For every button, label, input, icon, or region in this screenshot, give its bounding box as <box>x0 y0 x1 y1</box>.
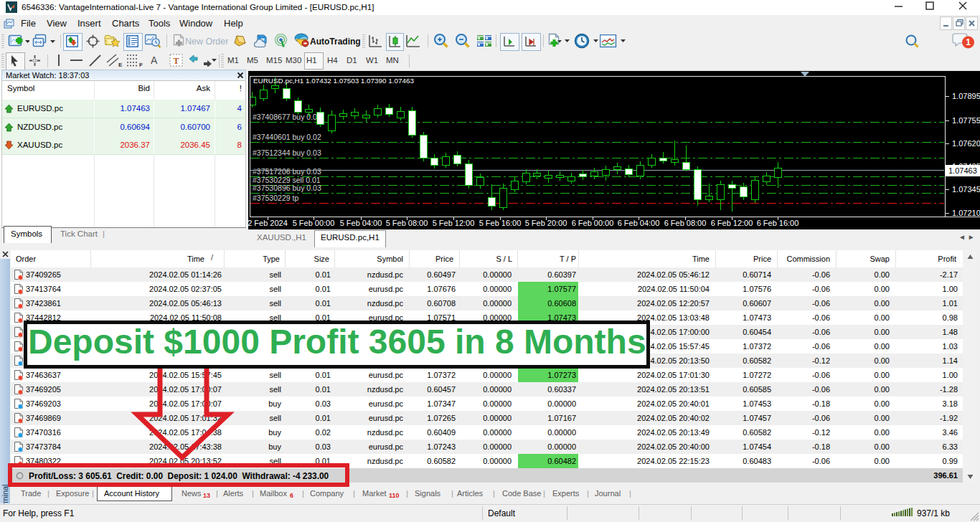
svg-text:2 Feb 2024: 2 Feb 2024 <box>248 219 288 227</box>
svg-text:1.07895: 1.07895 <box>952 92 980 100</box>
svg-text:5 Feb 08:00: 5 Feb 08:00 <box>386 219 428 227</box>
svg-text:1.07463: 1.07463 <box>948 166 977 175</box>
svg-text:1.07620: 1.07620 <box>952 139 980 148</box>
svg-text:6 Feb 04:00: 6 Feb 04:00 <box>618 219 660 227</box>
svg-text:5 Feb 04:00: 5 Feb 04:00 <box>340 219 382 227</box>
svg-text:6 Feb 00:00: 6 Feb 00:00 <box>572 219 614 227</box>
svg-text:#37408677 buy 0.02: #37408677 buy 0.02 <box>253 113 321 121</box>
svg-text:#37512344 buy 0.03: #37512344 buy 0.03 <box>253 148 321 157</box>
svg-text:6 Feb 12:00: 6 Feb 12:00 <box>711 219 753 227</box>
svg-text:6 Feb 16:00: 6 Feb 16:00 <box>757 219 799 227</box>
svg-text:#37440601 buy 0.02: #37440601 buy 0.02 <box>253 133 321 141</box>
svg-text:E: E <box>118 62 123 67</box>
svg-text:1: 1 <box>966 37 971 47</box>
svg-text:1.07755: 1.07755 <box>952 116 980 125</box>
svg-text:#37517206 buy 0.03: #37517206 buy 0.03 <box>253 167 321 176</box>
svg-text:F: F <box>139 62 143 67</box>
svg-text:#37530896 buy 0.03: #37530896 buy 0.03 <box>253 184 321 192</box>
svg-text:5 Feb 16:00: 5 Feb 16:00 <box>479 219 522 227</box>
svg-text:T: T <box>173 56 179 66</box>
svg-text:EURUSD.pc,H1 1.07432 1.07503: EURUSD.pc,H1 1.07432 1.07503 1.07390 1.0… <box>253 77 415 85</box>
svg-text:6 Feb 08:00: 6 Feb 08:00 <box>664 219 707 227</box>
svg-text:5 Feb 12:00: 5 Feb 12:00 <box>433 219 475 227</box>
svg-text:5 Feb 20:00: 5 Feb 20:00 <box>525 219 567 227</box>
svg-text:1.07345: 1.07345 <box>952 185 980 194</box>
svg-text:#37530229 tp: #37530229 tp <box>253 194 298 202</box>
svg-text:5 Feb 00:00: 5 Feb 00:00 <box>293 219 335 227</box>
svg-text:1.07210: 1.07210 <box>952 209 980 217</box>
